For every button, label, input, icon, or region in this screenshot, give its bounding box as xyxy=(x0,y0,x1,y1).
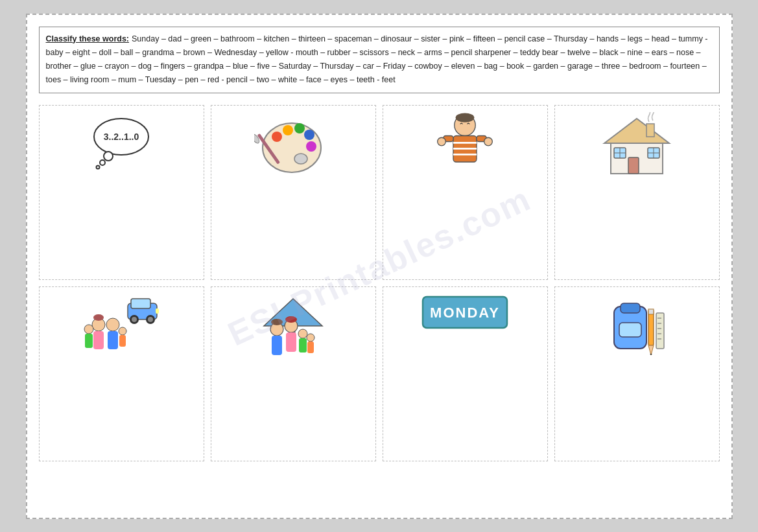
svg-rect-53 xyxy=(272,336,282,355)
person-icon xyxy=(436,112,494,177)
card-icon-palette xyxy=(218,112,369,177)
classify-box: Classify these words:Sunday – dad – gree… xyxy=(39,27,720,93)
svg-rect-40 xyxy=(156,308,159,314)
card-person xyxy=(383,105,548,280)
svg-point-3 xyxy=(97,165,100,168)
cards-grid: 3..2..1..0 xyxy=(39,105,720,461)
card-house xyxy=(554,105,720,280)
palette-icon xyxy=(254,112,332,177)
card-school xyxy=(554,286,720,461)
worksheet-page: ESLPrintables.com Classify these words:S… xyxy=(26,14,733,519)
svg-rect-35 xyxy=(131,299,150,308)
svg-rect-33 xyxy=(646,124,654,137)
svg-rect-56 xyxy=(286,332,296,352)
card-icon-numbers: 3..2..1..0 xyxy=(46,112,197,170)
monday-icon: MONDAY xyxy=(420,294,510,332)
card-family-car xyxy=(39,286,204,461)
classify-label: Classify these words: xyxy=(46,34,130,43)
svg-point-44 xyxy=(106,318,119,331)
family-icon xyxy=(251,294,335,365)
card-family xyxy=(211,286,376,461)
svg-point-6 xyxy=(294,154,307,164)
numbers-icon: 3..2..1..0 xyxy=(86,112,157,170)
svg-rect-45 xyxy=(108,331,118,349)
svg-text:MONDAY: MONDAY xyxy=(430,305,500,321)
card-icon-school xyxy=(562,294,713,358)
svg-point-48 xyxy=(119,327,126,335)
svg-point-22 xyxy=(438,137,446,146)
card-colors xyxy=(211,105,376,280)
svg-point-60 xyxy=(307,334,314,341)
svg-point-58 xyxy=(298,329,307,338)
card-days: MONDAY xyxy=(383,286,548,461)
svg-point-42 xyxy=(93,314,104,321)
svg-rect-66 xyxy=(619,323,641,337)
svg-point-23 xyxy=(484,137,493,146)
svg-marker-69 xyxy=(650,354,652,355)
svg-rect-61 xyxy=(307,341,314,353)
house-icon xyxy=(598,112,676,177)
svg-rect-59 xyxy=(299,338,307,353)
svg-point-9 xyxy=(294,123,305,133)
svg-point-57 xyxy=(285,316,297,323)
svg-rect-26 xyxy=(628,157,639,174)
svg-point-54 xyxy=(271,319,283,325)
card-icon-monday: MONDAY xyxy=(390,294,541,332)
svg-point-39 xyxy=(148,317,153,322)
svg-text:3..2..1..0: 3..2..1..0 xyxy=(104,132,139,142)
card-numbers: 3..2..1..0 xyxy=(39,105,204,280)
svg-rect-65 xyxy=(621,303,640,313)
svg-point-1 xyxy=(104,152,113,161)
svg-marker-25 xyxy=(604,119,669,143)
card-icon-family xyxy=(218,294,369,365)
svg-rect-70 xyxy=(648,309,654,314)
family-car-icon xyxy=(79,294,163,358)
card-icon-family-car xyxy=(46,294,197,358)
svg-point-8 xyxy=(283,125,293,135)
svg-rect-43 xyxy=(93,331,104,349)
card-icon-person xyxy=(390,112,541,177)
svg-rect-49 xyxy=(119,335,126,347)
word-list: Sunday – dad – green – bathroom – kitche… xyxy=(46,34,708,85)
svg-point-10 xyxy=(304,130,314,140)
svg-point-37 xyxy=(132,317,137,322)
svg-rect-47 xyxy=(85,334,93,348)
school-icon xyxy=(598,294,676,358)
svg-point-15 xyxy=(456,113,475,122)
svg-point-2 xyxy=(100,160,105,165)
svg-point-46 xyxy=(84,325,93,334)
card-icon-house xyxy=(562,112,713,177)
svg-point-11 xyxy=(306,141,316,152)
svg-point-7 xyxy=(272,132,282,142)
svg-marker-68 xyxy=(648,345,654,355)
svg-rect-67 xyxy=(648,310,654,345)
